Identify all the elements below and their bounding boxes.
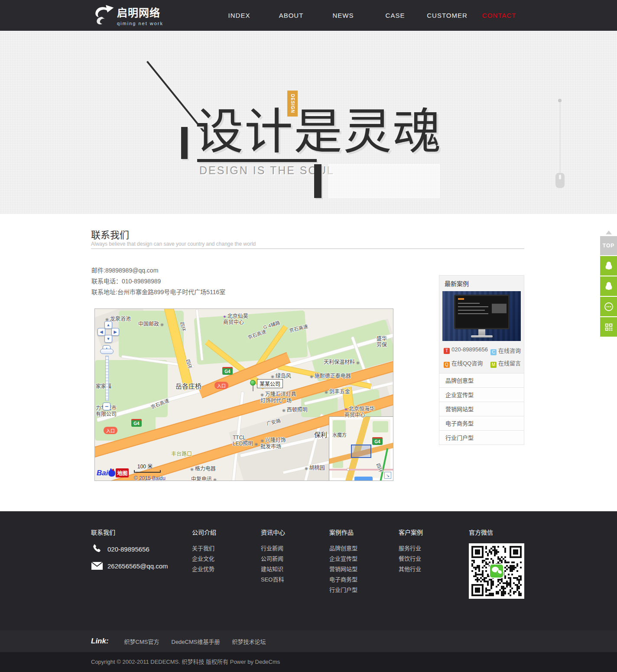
map-poi-label: 万隆汇洋灯具 灯饰时代广场: [260, 391, 296, 404]
faint-panel-decoration: [328, 164, 440, 198]
contact-info-line: 邮件:89898989@qq.com: [91, 265, 225, 276]
sidebar-contact-link[interactable]: M在线留言: [490, 359, 521, 368]
map-poi-label: 北京恒海华 商贸中心: [344, 406, 375, 418]
minimap-green: [373, 421, 388, 432]
map-marker-label: 某某公司: [257, 379, 283, 388]
map-poi-label: 胡桃园: [305, 465, 325, 471]
friend-link[interactable]: 织梦技术论坛: [232, 639, 266, 645]
footer-link[interactable]: 其他行业: [399, 564, 423, 575]
contact-info-line: 联系电话：010-89898989: [91, 276, 225, 287]
main-nav: INDEXABOUTNEWSCASECUSTOMERCONTACT: [213, 0, 525, 31]
minimap-viewport[interactable]: [351, 445, 371, 458]
sidebar-contact-link[interactable]: T020-89895656: [444, 346, 490, 355]
footer-link[interactable]: 行业门户型: [329, 585, 357, 595]
map-pan-right-button[interactable]: ▶: [111, 328, 119, 336]
float-action-button[interactable]: [600, 256, 617, 276]
hero-underline-decoration: [197, 159, 317, 162]
footer-column-title: 客户案例: [399, 528, 423, 536]
main-content: 联系我们 Always believe that design can save…: [0, 214, 617, 511]
footer-link[interactable]: 建站知识: [261, 564, 285, 575]
hero-banner: DESIGN 设计是灵魂 DESIGN IS THE SOUL: [0, 31, 617, 214]
map-poi-label: 中复电讯: [191, 476, 217, 481]
map-poi-label: 剑丰五金: [325, 389, 350, 395]
map-poi-label: 保利: [314, 432, 327, 438]
friend-link[interactable]: DedeCMS维基手册: [172, 639, 220, 645]
map-zoom-slider-track[interactable]: [105, 356, 109, 401]
friend-links: 织梦CMS官方DedeCMS维基手册织梦技术论坛: [124, 637, 278, 646]
contact-info-line: 联系地址:台州市寨金路899号电子时代广场5116室: [91, 287, 225, 298]
minimap-collapse-button[interactable]: ↘: [384, 472, 391, 479]
float-action-button[interactable]: [600, 276, 617, 296]
logo[interactable]: 启明网络 qiming net work: [90, 3, 163, 28]
map-pan-down-button[interactable]: ▼: [104, 335, 112, 343]
float-action-button[interactable]: [600, 297, 617, 316]
case-category-item[interactable]: 行业门户型: [439, 430, 524, 445]
footer-link-column: 客户案例 服务行业餐饮行业其他行业: [399, 528, 423, 575]
contact-service-icon: C: [490, 349, 497, 355]
footer-link[interactable]: 品牌创意型: [329, 543, 357, 554]
baidu-map[interactable]: ↘ G4G4G4 入口入口 龙泉浴池中国邮政北京仙昊 商贸中心G 4辅路京石高速…: [94, 308, 393, 481]
map-pan-up-button[interactable]: ▲: [104, 321, 112, 329]
case-category-item[interactable]: 品牌创意型: [439, 373, 524, 387]
footer-phone-value: 020-89895656: [107, 545, 149, 553]
friend-links-bar: Link: 织梦CMS官方DedeCMS维基手册织梦技术论坛: [0, 630, 617, 652]
footer-column-title: 公司介绍: [192, 528, 216, 536]
footer-link-column: 资讯中心 行业新闻公司新闻建站知识SEO百科: [261, 528, 285, 585]
nav-item[interactable]: CASE: [369, 0, 421, 31]
map-poi-label: 水魔方: [332, 432, 347, 438]
nav-item[interactable]: ABOUT: [265, 0, 317, 31]
friend-link[interactable]: 织梦CMS官方: [124, 639, 159, 645]
footer-link[interactable]: 企业优势: [192, 564, 216, 575]
footer-contact-column: 联系我们 020-89895656 262656565@qq.com: [91, 528, 168, 570]
wechat-icon: [489, 564, 504, 578]
page-title: 联系我们: [91, 227, 129, 241]
nav-item[interactable]: CUSTOMER: [421, 0, 473, 31]
case-category-item[interactable]: 企业宣传型: [439, 387, 524, 402]
map-poi-label: 盛华 劳保: [377, 336, 387, 348]
footer-link[interactable]: SEO百科: [261, 575, 285, 585]
map-scale-bar: [134, 470, 161, 473]
latest-case-thumbnail[interactable]: [442, 291, 521, 341]
nav-item[interactable]: NEWS: [317, 0, 369, 31]
float-action-button[interactable]: [600, 317, 617, 337]
qq-icon: [604, 261, 614, 271]
footer-link[interactable]: 餐饮行业: [399, 554, 423, 564]
hero-title: 设计是灵魂: [195, 108, 442, 156]
map-marker-pin-icon[interactable]: [250, 380, 256, 386]
sidebar-contact-link[interactable]: Q在线QQ咨询: [444, 359, 490, 368]
footer-link[interactable]: 服务行业: [399, 543, 423, 554]
sidebar-contact-link[interactable]: C在线咨询: [490, 346, 521, 355]
map-pan-left-button[interactable]: ◀: [97, 328, 105, 336]
map-zoom-slider-handle[interactable]: [100, 349, 114, 354]
minimap-station-badge: [354, 477, 373, 481]
footer-link[interactable]: 电子商务型: [329, 575, 357, 585]
footer-link[interactable]: 关于我们: [192, 543, 216, 554]
floating-toolbar: TOP: [600, 236, 617, 337]
map-poi-label: 中国邮政: [138, 321, 164, 328]
footer-link[interactable]: 企业文化: [192, 554, 216, 564]
footer-link[interactable]: 行业新闻: [261, 543, 285, 554]
links-label: Link:: [91, 637, 109, 646]
map-copyright: © 2015 Baidu: [134, 475, 166, 481]
copyright-text: Copyright © 2002-2011 DEDECMS. 织梦科技 版权所有…: [91, 659, 280, 665]
map-poi-label: 绿岛风: [271, 373, 291, 380]
g4-highway-badge: G4: [372, 437, 383, 445]
latest-cases-panel: 最新案例 T020-89895656C在线咨询Q在线QQ咨询M在线留言 品牌创意…: [439, 275, 524, 445]
qrcode-icon: [604, 322, 614, 332]
map-poi-label: 天利保温材料: [324, 359, 360, 366]
footer-link[interactable]: 企业宣传型: [329, 554, 357, 564]
logo-swirl-arrow-icon: [90, 3, 115, 28]
case-category-item[interactable]: 营销网站型: [439, 402, 524, 416]
map-zoom-out-button[interactable]: −: [103, 403, 110, 410]
footer-link-column: 公司介绍 关于我们企业文化企业优势: [192, 528, 216, 575]
footer-link[interactable]: 公司新闻: [261, 554, 285, 564]
nav-item[interactable]: CONTACT: [473, 0, 525, 31]
map-poi-label: 兴隆灯饰 批发市场: [260, 437, 286, 450]
back-to-top-button[interactable]: TOP: [600, 236, 617, 255]
case-category-list: 品牌创意型企业宣传型营销网站型电子商务型行业门户型: [439, 373, 524, 445]
qq-icon: [604, 281, 614, 292]
footer-link[interactable]: 营销网站型: [329, 564, 357, 575]
case-category-item[interactable]: 电子商务型: [439, 416, 524, 430]
nav-item[interactable]: INDEX: [213, 0, 265, 31]
entrance-badge: 入口: [214, 382, 228, 389]
